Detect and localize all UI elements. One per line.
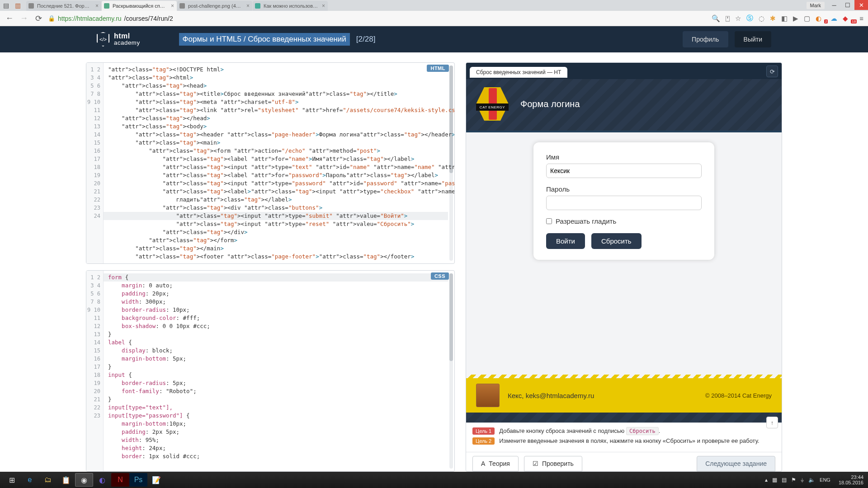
site-header: </> htmlacademy Формы и HTML5 / Сброс вв… [0,26,868,52]
code-area[interactable]: "attr">class="tag"><!DOCTYPE html> "attr… [104,63,454,263]
back-icon[interactable]: ← [5,14,14,23]
login-form: Имя Пароль Разрешать гладить Войти Сброс… [533,142,714,260]
preview-reload-button[interactable]: ⟳ [766,66,778,77]
tray-icon[interactable]: ▤ [782,477,787,483]
lock-icon: 🔒 [48,15,55,22]
tab-close-icon[interactable]: × [322,3,325,9]
goal-code: Сбросить [626,427,659,435]
submit-button[interactable]: Войти [546,233,585,249]
preview-tab[interactable]: Сброс введенных значений — HT [470,67,567,78]
ext-icon[interactable]: ◌ [759,14,764,23]
taskbar-app[interactable]: 📋 [57,473,75,487]
preview-panel: Сброс введенных значений — HT ⟳ CAT ENER… [466,62,782,472]
logout-button[interactable]: Выйти [735,31,771,47]
name-input[interactable] [546,164,702,178]
tab-close-icon[interactable]: × [246,3,250,9]
preview-page-title: Форма логина [520,99,580,109]
taskbar-app[interactable]: N [111,473,129,487]
css-editor[interactable]: CSS 1 2 3 4 5 6 7 8 9 10 11 12 13 14 15 … [86,270,455,472]
browser-tab-label: post-challenge.png (40×… [188,3,242,9]
tray-volume-icon[interactable]: 🔈 [808,477,815,483]
tray-arrow-icon[interactable]: ▴ [765,477,768,483]
ext-icon[interactable]: ✱ [770,14,776,23]
check-button[interactable]: ☑Проверить [524,456,582,471]
goals-panel: ↑ Цель 1 Добавьте кнопку сброса значений… [466,422,782,452]
preview-body: CAT ENERGY Форма логина Имя Пароль Разре… [466,79,782,422]
url-domain: https://htmlacademy.ru [58,15,122,22]
tab-overflow-icon[interactable]: ▤ [0,0,12,10]
theory-button[interactable]: AТеория [472,456,519,471]
taskbar-app-explorer[interactable]: 🗂 [39,473,57,487]
action-bar: AТеория ☑Проверить Следующее задание [466,452,782,471]
taskbar-app-eclipse[interactable]: ◐ [93,473,111,487]
reload-icon[interactable]: ⟳ [33,14,43,23]
browser-tab-strip: ▤ ▥ Последние 521. Формы …× Раскрывающий… [0,0,868,11]
logo-text: htmlacademy [114,33,140,46]
window-close-button[interactable]: ✕ [854,0,868,10]
window-minimize-button[interactable]: ─ [827,0,841,10]
lesson-counter: [2/28] [356,35,376,44]
extension-icons: 🔍 ⍞ ☆ Ⓢ ◌ ✱ ◧ ▶ ▢ ◐2 ☁ ◆18 ≡ [712,14,863,23]
ext-icon[interactable]: ◐2 [816,14,825,23]
tray-network-icon[interactable]: ⏚ [801,477,804,483]
browser-tab-active[interactable]: Раскрывающийся списо…× [102,1,177,11]
allow-checkbox[interactable] [546,218,552,224]
browser-tab[interactable]: Как можно использоват…× [253,1,328,11]
tray-date: 18.05.2016 [839,480,863,485]
browser-tab[interactable]: Последние 521. Формы …× [26,1,101,11]
skype-icon[interactable]: Ⓢ [746,14,753,23]
start-button[interactable]: ⊞ [3,473,21,487]
tab-close-icon[interactable]: × [95,3,99,9]
ext-icon[interactable]: ◆18 [843,14,854,23]
browser-tab[interactable]: post-challenge.png (40×…× [177,1,252,11]
window-controls: Mark ─ ☐ ✕ [807,0,868,11]
address-bar[interactable]: 🔒 https://htmlacademy.ru/courses/74/run/… [48,15,707,22]
line-gutter: 1 2 3 4 5 6 7 8 9 10 11 12 13 14 15 16 1… [86,63,104,263]
ext-icon[interactable]: ☁ [830,14,837,23]
ext-icon[interactable]: ◧ [781,14,788,23]
windows-taskbar: ⊞ e 🗂 📋 ◉ ◐ N Ps 📝 ▴ ▦ ▤ ⚑ ⏚ 🔈 ENG 23:44… [0,472,868,488]
site-logo[interactable]: </> htmlacademy [97,32,140,47]
tray-language[interactable]: ENG [820,477,830,483]
scroll-up-button[interactable]: ↑ [766,417,778,428]
taskbar-app-ps[interactable]: Ps [129,473,147,487]
browser-tab-label: Как можно использоват… [264,3,318,9]
favicon-icon [28,3,34,9]
profile-button[interactable]: Профиль [683,31,728,47]
window-maximize-button[interactable]: ☐ [841,0,854,10]
tray-icon[interactable]: ▦ [772,477,777,483]
password-label: Пароль [546,185,702,193]
logo-shield-icon: </> [97,32,109,47]
password-input[interactable] [546,196,702,210]
taskbar-app-npp[interactable]: 📝 [147,473,165,487]
tab-overflow-icon-2[interactable]: ▥ [12,0,24,10]
menu-icon[interactable]: ≡ [859,14,863,22]
next-task-button[interactable]: Следующее задание [697,456,775,471]
ext-icon[interactable]: ▶ [793,14,798,23]
taskbar-app-ie[interactable]: e [21,473,39,487]
tray-flag-icon[interactable]: ⚑ [791,477,796,483]
goal-1: Цель 1 Добавьте кнопку сброса значений с… [472,427,775,435]
preview-main: Имя Пароль Разрешать гладить Войти Сброс… [466,132,782,375]
star-icon[interactable]: ☆ [735,14,741,23]
ext-badge: 18 [851,19,857,23]
favicon-icon [179,3,185,9]
tray-clock[interactable]: 23:44 18.05.2016 [839,474,863,485]
cat-avatar [476,384,500,407]
ext-icon[interactable]: ▢ [804,14,810,23]
breadcrumb: Формы и HTML5 / Сброс введенных значений… [179,33,376,46]
font-icon: A [481,460,485,467]
chrome-user-badge[interactable]: Mark [807,2,825,9]
html-editor[interactable]: HTML 1 2 3 4 5 6 7 8 9 10 11 12 13 14 15… [86,62,455,264]
forward-icon[interactable]: → [19,14,29,23]
translate-icon[interactable]: ⍞ [726,14,730,22]
reset-button[interactable]: Сбросить [591,233,642,249]
goal-2: Цель 2 Измените введенные значения в пол… [472,437,775,445]
check-icon: ☑ [533,460,538,467]
zoom-icon[interactable]: 🔍 [712,14,720,23]
code-area[interactable]: form { margin: 0 auto; padding: 20px; wi… [104,271,454,471]
allow-checkbox-label[interactable]: Разрешать гладить [546,217,702,225]
taskbar-app-chrome[interactable]: ◉ [75,473,93,487]
ext-badge: 2 [824,19,828,23]
tab-close-icon[interactable]: × [171,3,174,9]
